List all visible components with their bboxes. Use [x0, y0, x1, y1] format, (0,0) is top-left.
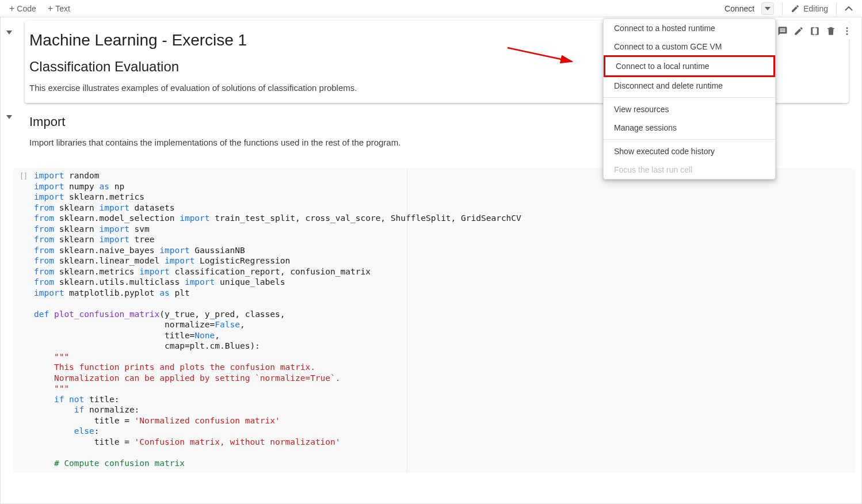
menu-show-history[interactable]: Show executed code history — [604, 142, 775, 161]
comment-icon[interactable] — [777, 25, 788, 37]
pencil-icon — [791, 4, 800, 13]
menu-separator — [604, 97, 775, 98]
menu-connect-gce[interactable]: Connect to a custom GCE VM — [604, 37, 775, 56]
plus-icon: + — [9, 4, 14, 13]
separator — [782, 2, 783, 15]
add-text-button[interactable]: + Text — [43, 2, 75, 16]
code-cell-gutter[interactable]: [ ] — [13, 168, 34, 473]
connect-button[interactable]: Connect — [719, 2, 760, 16]
menu-view-resources[interactable]: View resources — [604, 100, 775, 119]
add-code-label: Code — [17, 4, 36, 13]
editing-mode-button[interactable]: Editing — [786, 2, 833, 16]
execution-count: [ ] — [21, 171, 26, 180]
collapse-header-button[interactable] — [840, 0, 857, 17]
edit-icon[interactable] — [793, 25, 804, 37]
menu-focus-last: Focus the last run cell — [604, 161, 775, 179]
add-text-label: Text — [55, 4, 70, 13]
menu-connect-hosted[interactable]: Connect to a hosted runtime — [604, 19, 775, 37]
svg-point-1 — [846, 30, 848, 32]
ruler-line — [407, 168, 407, 473]
add-code-button[interactable]: + Code — [5, 2, 41, 16]
menu-manage-sessions[interactable]: Manage sessions — [604, 119, 775, 137]
section-toggle[interactable] — [6, 28, 12, 110]
more-icon[interactable] — [841, 25, 853, 37]
caret-down-icon — [6, 29, 12, 35]
separator — [836, 2, 837, 15]
code-cell-body[interactable]: import random import numpy as np import … — [34, 168, 856, 473]
section-toggle[interactable] — [6, 112, 12, 165]
main-toolbar: + Code + Text Connect Editing — [0, 0, 862, 17]
svg-point-0 — [846, 27, 848, 29]
connect-dropdown-button[interactable] — [761, 2, 774, 15]
plus-icon: + — [48, 4, 53, 13]
delete-icon[interactable] — [825, 25, 837, 37]
menu-disconnect[interactable]: Disconnect and delete runtime — [604, 77, 775, 95]
editing-label: Editing — [803, 4, 828, 13]
caret-down-icon — [6, 114, 12, 120]
menu-separator — [604, 139, 775, 140]
caret-down-icon — [765, 7, 771, 10]
connect-menu: Connect to a hosted runtime Connect to a… — [603, 18, 776, 180]
mirror-icon[interactable] — [809, 25, 821, 37]
menu-connect-local[interactable]: Connect to a local runtime — [604, 55, 775, 77]
code-cell[interactable]: [ ] import random import numpy as np imp… — [13, 168, 856, 473]
chevron-up-icon — [845, 6, 853, 12]
svg-point-2 — [846, 33, 848, 35]
